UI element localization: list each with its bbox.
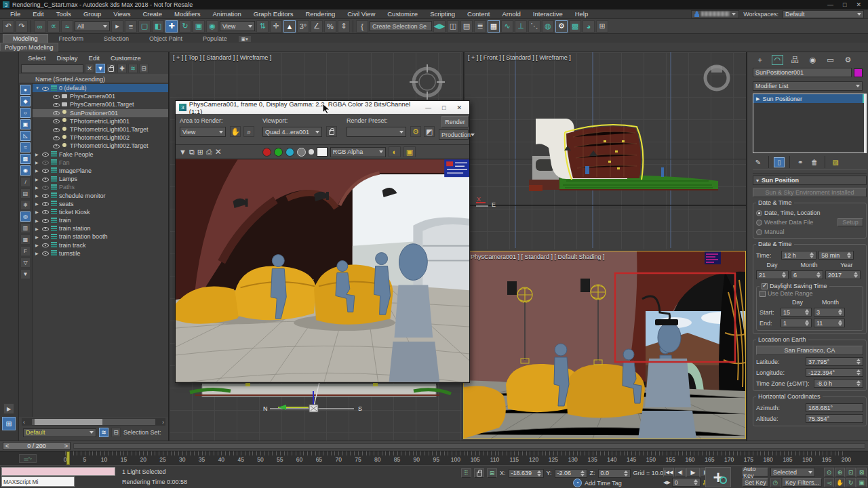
workspace-dropdown[interactable]: Default	[783, 10, 864, 18]
expand-icon[interactable]	[35, 193, 40, 198]
expand-icon[interactable]	[35, 152, 40, 157]
time-slider-handle[interactable]: < 0 / 200 >	[3, 442, 71, 450]
maxscript-mini-listener-white[interactable]: MAXScript Mi	[1, 476, 75, 487]
visibility-eye-icon[interactable]	[42, 209, 49, 215]
visibility-eye-icon[interactable]	[53, 110, 60, 116]
menu-item[interactable]: Create	[136, 10, 168, 18]
copy-image-icon[interactable]: ⧉	[189, 148, 195, 157]
previous-frame-icon[interactable]: ◀|	[675, 468, 686, 477]
render-button[interactable]: Render	[441, 116, 469, 127]
render-setup-icon[interactable]: ⚙	[410, 126, 421, 137]
time-slider[interactable]: < 0 / 200 >	[0, 441, 868, 451]
modify-tab[interactable]: ◠	[772, 55, 783, 65]
zoom-icon[interactable]: ⊙	[824, 468, 834, 477]
auto-key-button[interactable]: Auto Key	[743, 468, 768, 476]
sun-sky-installed-button[interactable]: Sun & Sky Environment Installed	[753, 188, 867, 197]
visibility-eye-icon[interactable]	[42, 218, 49, 224]
expand-icon[interactable]	[35, 218, 40, 223]
edit-named-sets-icon[interactable]: {	[356, 20, 368, 33]
menu-item[interactable]: Customize	[381, 10, 424, 18]
display-cameras-icon[interactable]: ▣	[20, 119, 31, 129]
gamma-icon[interactable]: ▣	[403, 146, 416, 157]
stack-item[interactable]: ▶Sun Positioner	[753, 94, 864, 103]
set-keys-button[interactable]	[705, 467, 731, 487]
create-tab[interactable]: ＋	[754, 55, 766, 65]
menu-item[interactable]: Civil View	[341, 10, 381, 18]
expand-icon[interactable]	[35, 235, 40, 239]
start-day-spinner[interactable]: 15	[781, 308, 812, 317]
alpha-channel-icon[interactable]	[309, 149, 314, 155]
object-name-field[interactable]: SunPositioner001	[753, 68, 852, 77]
blue-channel-icon[interactable]	[285, 148, 294, 157]
layer-explorer-icon[interactable]: ≣	[474, 20, 486, 33]
display-people-icon[interactable]: ◉	[20, 165, 31, 176]
ribbon-tab[interactable]: Selection	[94, 35, 138, 43]
close-icon[interactable]: ✕	[456, 104, 462, 111]
tree-row[interactable]: train	[33, 216, 168, 224]
select-link-icon[interactable]: ∞	[34, 20, 46, 33]
rendered-image[interactable]	[176, 159, 469, 382]
render-viewport-dropdown[interactable]: Quad 4...era001	[262, 127, 322, 137]
display-materials-icon[interactable]: ▦	[20, 235, 31, 245]
menu-item[interactable]: Group	[77, 10, 107, 18]
tree-row[interactable]: TPhotometricLight002.Target	[33, 142, 168, 150]
display-containers-icon[interactable]: ▥	[20, 223, 31, 233]
tree-row[interactable]: ticket Kiosk	[33, 208, 168, 216]
active-layer-dropdown[interactable]: Default	[23, 428, 96, 437]
menu-item[interactable]: Rendering	[299, 10, 341, 18]
tree-row[interactable]: SunPositioner001	[33, 109, 168, 117]
display-spacewarps-icon[interactable]: ≈	[20, 142, 31, 152]
expand-panel-icon[interactable]: ▶	[3, 403, 14, 414]
tree-row[interactable]: train station	[33, 224, 168, 232]
display-hidden-icon[interactable]: ◎	[20, 211, 31, 222]
search-input[interactable]	[21, 64, 83, 73]
motion-tab[interactable]: ◉	[807, 55, 818, 65]
zoom-extents-icon[interactable]: ⊡	[846, 468, 856, 477]
auto-region-icon[interactable]: ⌕	[243, 126, 254, 137]
display-geometry-icon[interactable]: ●	[20, 85, 31, 95]
curve-editor-icon[interactable]: ∿	[501, 20, 513, 33]
tree-row[interactable]: PhysCamera001.Target	[33, 100, 168, 108]
day-spinner[interactable]: 21	[756, 270, 789, 279]
expand-icon[interactable]	[35, 86, 40, 90]
filter-icon[interactable]: ▼	[96, 64, 105, 73]
tree-row[interactable]: Fan	[33, 159, 168, 167]
end-day-spinner[interactable]: 1	[781, 319, 812, 327]
clear-search-icon[interactable]: ✕	[85, 64, 94, 73]
set-key-button[interactable]: Set Key	[743, 478, 768, 487]
viewport-front[interactable]: [ + ] [ Front ] [ Standard ] [ Wireframe…	[463, 52, 746, 249]
expand-icon[interactable]	[35, 201, 40, 206]
menu-item[interactable]: Animation	[207, 10, 248, 18]
display-tab[interactable]: ▭	[825, 55, 836, 65]
visibility-eye-icon[interactable]	[42, 201, 49, 207]
expand-icon[interactable]	[35, 209, 40, 214]
ref-coord-dropdown[interactable]: View	[220, 21, 255, 31]
expand-icon[interactable]	[35, 251, 40, 256]
expand-icon[interactable]	[35, 226, 40, 231]
minimize-icon[interactable]: —	[827, 1, 833, 8]
align-icon[interactable]: ◫	[447, 20, 459, 33]
explorer-menu-item[interactable]: Display	[52, 54, 82, 62]
visibility-eye-icon[interactable]	[53, 143, 60, 149]
menu-item[interactable]: Views	[107, 10, 136, 18]
keyboard-override-icon[interactable]: ▲	[283, 20, 296, 33]
tree-row[interactable]: train station booth	[33, 232, 168, 241]
visibility-eye-icon[interactable]	[42, 151, 49, 157]
menu-item[interactable]: Content	[461, 10, 496, 18]
polygon-modeling-tab[interactable]: Polygon Modeling	[0, 43, 58, 52]
column-header[interactable]: Name (Sorted Ascending)	[19, 75, 168, 83]
end-month-spinner[interactable]: 11	[814, 319, 845, 327]
key-filters-button[interactable]: Key Filters...	[783, 478, 822, 487]
hierarchy-icon[interactable]: ⊟	[111, 428, 121, 437]
schematic-view-icon[interactable]: ⊥	[515, 20, 527, 33]
unlink-icon[interactable]: ∝	[47, 20, 60, 33]
tree-row[interactable]: TPhotometricLight001	[33, 117, 168, 125]
green-channel-icon[interactable]	[274, 148, 283, 157]
display-lights-icon[interactable]: ○	[20, 108, 31, 118]
frame-stepper-icon[interactable]: ◀▶	[663, 480, 671, 485]
select-by-name-icon[interactable]: ≡	[125, 20, 137, 33]
visibility-eye-icon[interactable]	[42, 192, 49, 199]
maximize-icon[interactable]: □	[442, 104, 446, 111]
selection-filter-dropdown[interactable]: All	[75, 21, 110, 31]
menu-item[interactable]: Scripting	[424, 10, 461, 18]
